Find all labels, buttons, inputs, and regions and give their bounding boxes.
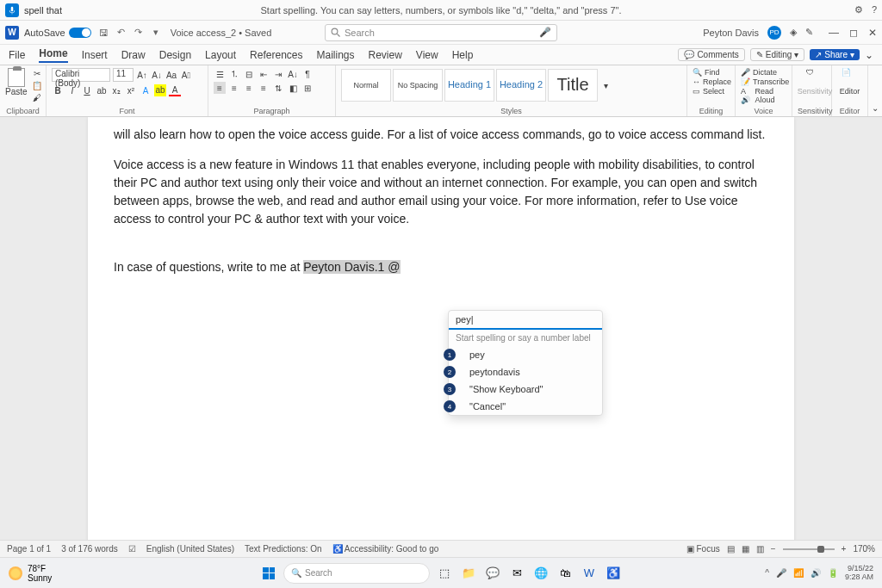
tab-review[interactable]: Review [369,49,402,61]
styles-more-icon[interactable]: ▾ [599,79,612,91]
ribbon-options-icon[interactable]: ⌄ [872,103,879,113]
find-button[interactable]: 🔍 Find [693,68,720,77]
tab-design[interactable]: Design [159,49,191,61]
save-icon[interactable]: 🖫 [98,27,110,39]
redo-icon[interactable]: ↷ [133,27,145,39]
volume-icon[interactable]: 🔊 [811,568,821,578]
tab-view[interactable]: View [416,49,438,61]
voice-settings-icon[interactable]: ⚙ [854,4,863,15]
highlighted-text[interactable]: Peyton Davis.1 @ [303,260,400,274]
text-effects-icon[interactable]: A [140,84,152,96]
tab-mailings[interactable]: Mailings [316,49,354,61]
mail-icon[interactable]: ✉ [507,564,526,583]
suggestion-item[interactable]: 2peytondavis [449,363,602,381]
paragraph[interactable]: will also learn how to open the voice ac… [114,126,768,144]
style-title[interactable]: Title [548,69,598,102]
align-center-icon[interactable]: ≡ [228,82,240,94]
justify-icon[interactable]: ≡ [258,82,270,94]
underline-icon[interactable]: U [81,84,93,96]
suggestion-input[interactable]: pey [449,311,602,330]
editing-mode-button[interactable]: ✎ Editing ▾ [750,48,805,61]
tray-chevron-icon[interactable]: ^ [765,568,769,578]
document-page[interactable]: will also learn how to open the voice ac… [88,117,794,552]
align-left-icon[interactable]: ≡ [214,82,226,94]
pen-icon[interactable]: ✎ [805,27,813,38]
paragraph[interactable]: Voice access is a new feature in Windows… [114,156,768,228]
tab-layout[interactable]: Layout [205,49,236,61]
focus-button[interactable]: ▣ Focus [686,544,720,554]
change-case-icon[interactable]: Aa [165,69,177,81]
wifi-icon[interactable]: 📶 [793,568,804,578]
suggestion-item[interactable]: 3"Show Keyboard" [449,381,602,398]
editor-button[interactable]: 📄Editor [837,68,862,96]
suggestion-item[interactable]: 4"Cancel" [449,398,602,415]
sort-icon[interactable]: A↓ [287,68,299,80]
word-taskbar-icon[interactable]: W [580,564,599,583]
toggle-on-icon[interactable] [69,28,91,38]
accessibility-status[interactable]: ♿ Accessibility: Good to go [332,544,439,554]
comments-button[interactable]: 💬 Comments [678,48,744,61]
bullets-icon[interactable]: ☰ [214,68,226,80]
qat-dropdown-icon[interactable]: ▾ [150,27,162,39]
tab-home[interactable]: Home [39,47,67,63]
clear-format-icon[interactable]: A⃠ [180,69,192,81]
select-button[interactable]: ▭ Select [693,87,724,96]
style-heading2[interactable]: Heading 2 [496,69,546,102]
task-view-icon[interactable]: ⬚ [435,564,454,583]
zoom-level[interactable]: 170% [853,544,875,554]
replace-button[interactable]: ↔ Replace [693,77,731,86]
tab-insert[interactable]: Insert [82,49,108,61]
sensitivity-button[interactable]: 🛡Sensitivity [798,68,832,96]
read-aloud-button[interactable]: A🔊 Read Aloud [741,87,786,104]
view-web-icon[interactable]: ▥ [756,544,764,554]
shrink-font-icon[interactable]: A↓ [151,69,163,81]
cut-icon[interactable]: ✂ [31,68,43,78]
line-spacing-icon[interactable]: ⇅ [272,82,284,94]
bold-icon[interactable]: B [52,84,64,96]
undo-icon[interactable]: ↶ [115,27,127,39]
font-family-select[interactable]: Calibri (Body) [52,68,110,82]
text-predictions[interactable]: Text Predictions: On [245,544,321,554]
word-count[interactable]: 3 of 176 words [61,544,118,554]
chat-icon[interactable]: 💬 [483,564,502,583]
document-area[interactable]: will also learn how to open the voice ac… [0,117,882,552]
multilevel-icon[interactable]: ⊟ [243,68,255,80]
strikethrough-icon[interactable]: ab [96,84,108,96]
zoom-in-icon[interactable]: + [842,544,847,554]
transcribe-button[interactable]: 📝 Transcribe [741,77,789,86]
maximize-button[interactable]: ◻ [849,27,858,39]
copy-icon[interactable]: 📋 [31,80,43,90]
tab-help[interactable]: Help [452,49,474,61]
tab-file[interactable]: File [9,49,25,61]
format-painter-icon[interactable]: 🖌 [31,92,43,102]
styles-gallery[interactable]: Normal No Spacing Heading 1 Heading 2 Ti… [341,68,612,102]
start-button[interactable] [259,564,278,583]
page-indicator[interactable]: Page 1 of 1 [7,544,51,554]
grow-font-icon[interactable]: A↑ [136,69,148,81]
decrease-indent-icon[interactable]: ⇤ [258,68,270,80]
numbering-icon[interactable]: ⒈ [228,68,240,80]
font-color-icon[interactable]: A [169,84,181,96]
voice-help-icon[interactable]: ? [872,4,877,15]
align-right-icon[interactable]: ≡ [243,82,255,94]
zoom-out-icon[interactable]: − [771,544,776,554]
paragraph[interactable]: In case of questions, write to me at Pey… [114,258,768,276]
subscript-icon[interactable]: x₂ [110,84,122,96]
tab-references[interactable]: References [250,49,302,61]
increase-indent-icon[interactable]: ⇥ [272,68,284,80]
edge-icon[interactable]: 🌐 [531,564,550,583]
accessibility-icon[interactable]: ♿ [604,564,623,583]
document-name[interactable]: Voice access_2 • Saved [171,28,272,38]
dictate-button[interactable]: 🎤 Dictate [741,68,777,77]
share-button[interactable]: ↗ Share ▾ [810,49,860,60]
autosave-toggle[interactable]: AutoSave [24,28,91,38]
weather-widget[interactable]: 78°F Sunny [9,564,52,583]
paste-button[interactable]: Paste [5,68,28,96]
avatar[interactable]: PD [767,26,781,40]
italic-icon[interactable]: I [66,84,78,96]
shading-icon[interactable]: ◧ [287,82,299,94]
view-print-icon[interactable]: ▤ [727,544,735,554]
style-heading1[interactable]: Heading 1 [444,69,494,102]
search-input[interactable]: Search 🎤 [325,24,557,41]
style-normal[interactable]: Normal [341,69,391,102]
